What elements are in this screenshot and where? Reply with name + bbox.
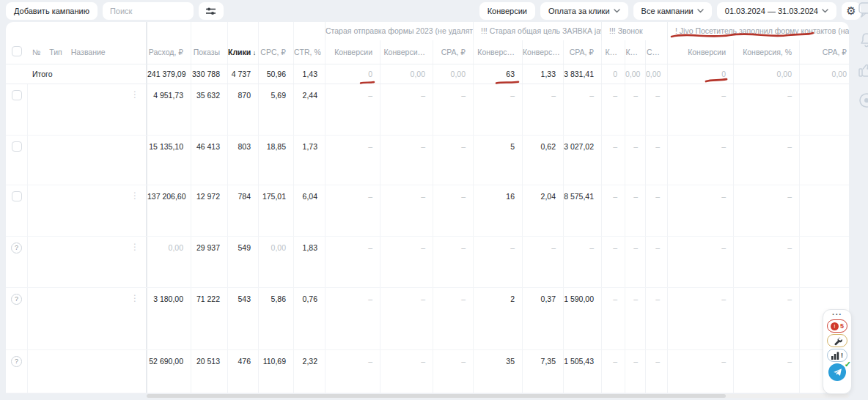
thumbs-up-icon: [858, 62, 868, 79]
totals-cell: 0,00: [625, 64, 645, 84]
chat-bubble-icon: [858, 1, 868, 19]
metric-cell: [799, 237, 849, 287]
column-header[interactable]: CPA, ₽: [433, 40, 473, 64]
column-header[interactable]: CPA, ₽: [563, 40, 601, 64]
campaign-status-help-icon[interactable]: ?: [11, 242, 22, 253]
wrench-icon: [833, 336, 842, 346]
metric-cell: –: [667, 185, 733, 236]
date-range-label: 01.03.2024 — 31.03.2024: [725, 7, 818, 15]
row-checkbox[interactable]: [12, 191, 22, 201]
metric-cell: 549: [227, 237, 258, 287]
table-row: ?⋮0,0029 9375490,001,83–––––––––––: [6, 237, 849, 288]
kebab-menu-icon[interactable]: ⋮: [130, 191, 139, 200]
date-range-picker[interactable]: 01.03.2024 — 31.03.2024: [717, 2, 836, 20]
stats-alert-mark: !: [841, 352, 843, 359]
campaign-name-cell[interactable]: ⋮: [28, 237, 147, 287]
metric-cell: 0,76: [293, 288, 325, 349]
totals-cell: 50,96: [258, 64, 293, 84]
campaign-name-cell[interactable]: [28, 136, 147, 185]
row-checkbox[interactable]: [12, 90, 22, 100]
metric-cell: 8 575,41: [563, 185, 601, 236]
row-checkbox[interactable]: [12, 141, 22, 152]
horizontal-scrollbar-thumb[interactable]: [147, 394, 726, 398]
pay-model-dropdown[interactable]: Оплата за клики: [540, 2, 628, 20]
campaign-name-cell[interactable]: ⋮: [28, 288, 147, 349]
column-header[interactable]: CTR, %: [293, 40, 325, 64]
campaigns-filter-dropdown[interactable]: Все кампании: [633, 2, 712, 20]
column-header[interactable]: С…: [645, 40, 667, 64]
select-all-checkbox[interactable]: [12, 46, 22, 56]
metric-cell: –: [625, 288, 645, 349]
metric-cell: 0,00: [147, 237, 191, 287]
column-header[interactable]: Клики ↓: [227, 40, 258, 64]
add-campaign-button[interactable]: Добавить кампанию: [6, 2, 98, 20]
campaign-status-help-icon[interactable]: ?: [11, 294, 22, 305]
campaign-status-help-icon[interactable]: ?: [11, 356, 22, 367]
totals-cell: 0: [601, 64, 625, 84]
column-header[interactable]: CPC, ₽: [258, 40, 293, 64]
campaign-name-cell[interactable]: [28, 350, 147, 393]
column-header[interactable]: Конверсии: [667, 40, 733, 64]
column-header[interactable]: Конверс…: [473, 40, 522, 64]
column-header-name[interactable]: Название: [71, 40, 106, 64]
widget-telegram-button[interactable]: ✓: [828, 363, 846, 381]
metric-cell: [799, 185, 849, 236]
metric-cell: –: [433, 288, 473, 349]
totals-cell: 0: [325, 64, 380, 84]
metric-cell: 2,04: [522, 185, 563, 236]
column-header[interactable]: К…: [601, 40, 625, 64]
row-select-cell: ?: [6, 350, 28, 393]
metric-cell: –: [473, 84, 522, 135]
metric-cell: 7,35: [522, 350, 563, 393]
totals-cell: 330 788: [191, 64, 227, 84]
metric-cell: –: [380, 288, 433, 349]
metric-cell: –: [601, 288, 625, 349]
group-spacer-metric: [293, 22, 325, 40]
metric-cell: [799, 136, 849, 185]
totals-cell: 241 379,09: [147, 64, 191, 84]
totals-cell: 0,00: [645, 64, 667, 84]
metric-cell: –: [601, 350, 625, 393]
horizontal-scrollbar[interactable]: [147, 394, 849, 398]
metric-cell: 5,69: [258, 84, 293, 135]
metric-cell: 0,37: [522, 288, 563, 349]
column-header[interactable]: К…: [625, 40, 645, 64]
metric-cell: –: [667, 288, 733, 349]
check-icon: ✓: [845, 360, 851, 369]
column-header[interactable]: Конверсии: [325, 40, 380, 64]
widget-menu-dots[interactable]: ···: [832, 311, 842, 318]
widget-alert-button[interactable]: ! 5: [827, 319, 847, 333]
metric-cell: 20 513: [191, 350, 227, 393]
table-body: ⋮4 951,7335 6328705,692,44–––––––––––15 …: [6, 84, 849, 393]
column-header[interactable]: Конверси…: [380, 40, 433, 64]
column-header[interactable]: Показы: [191, 40, 227, 64]
chevron-down-icon: [614, 9, 620, 13]
column-header[interactable]: Конверс…: [522, 40, 563, 64]
widget-tools-button[interactable]: [827, 334, 847, 347]
metric-cell: –: [601, 84, 625, 135]
bell-icon: [858, 32, 868, 49]
column-header[interactable]: CPA, ₽: [799, 40, 849, 64]
column-header[interactable]: Конверсия, %: [733, 40, 799, 64]
column-header-number[interactable]: №: [32, 40, 40, 64]
totals-cell: 0: [667, 64, 733, 84]
metric-cell: 5,86: [258, 288, 293, 349]
kebab-menu-icon[interactable]: ⋮: [130, 294, 139, 303]
campaign-name-cell[interactable]: ⋮: [28, 84, 147, 135]
column-header-type[interactable]: Тип: [49, 40, 62, 64]
column-header[interactable]: Расход, ₽: [147, 40, 191, 64]
metric-cell: 110,69: [258, 350, 293, 393]
conversions-button[interactable]: Конверсии: [479, 2, 535, 20]
search-input[interactable]: [103, 2, 194, 20]
kebab-menu-icon[interactable]: ⋮: [130, 90, 139, 99]
filter-button[interactable]: [199, 2, 224, 20]
sliders-icon: [205, 6, 216, 16]
gear-icon: ⚙: [846, 4, 856, 18]
kebab-menu-icon[interactable]: ⋮: [130, 242, 139, 251]
metric-cell: 1 590,00: [563, 288, 601, 349]
table-row: ?52 690,0020 513476110,692,32–––357,351 …: [6, 350, 849, 393]
group-spacer-metric: [147, 22, 191, 40]
metric-cell: –: [325, 84, 380, 135]
column-group-header: !!! Звонок: [601, 22, 667, 40]
campaign-name-cell[interactable]: ⋮: [28, 185, 147, 236]
